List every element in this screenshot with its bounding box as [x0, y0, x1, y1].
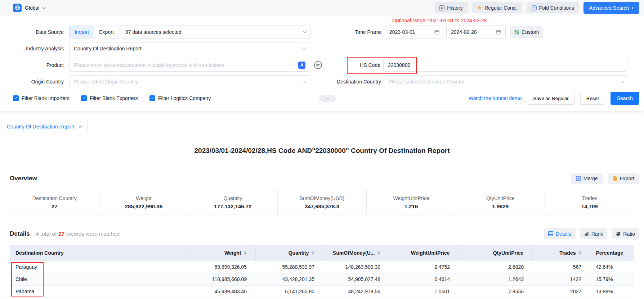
region-label: Global: [25, 5, 39, 11]
details-heading: Details: [10, 230, 30, 237]
cell-trades: 1422: [532, 273, 590, 285]
cell-weight-unit-price: 2.4752: [389, 261, 459, 273]
chevron-down-icon: [326, 96, 329, 99]
details-table: Destination Country Weight Quantity SumO…: [10, 245, 634, 298]
star-icon: ★: [477, 5, 482, 10]
stat-destination-country: Destination Country 27: [10, 190, 99, 214]
view-rank-button[interactable]: Rank: [580, 228, 608, 239]
table-row: Chile 118,985,660.09 43,428,201.35 54,90…: [10, 273, 634, 285]
cell-weight: 45,939,483.46: [188, 285, 255, 298]
tab-country-of-destination-report[interactable]: Country Of Destination Report ×: [1, 120, 88, 133]
hs-code-input-wrap: [383, 59, 627, 72]
custom-range-button[interactable]: Custom: [510, 26, 543, 38]
chevron-down-icon: [303, 80, 306, 83]
cell-quantity: 6,141,265.80: [255, 285, 323, 298]
collapse-conditions-button[interactable]: [319, 95, 336, 102]
overview-heading: Overview: [10, 175, 37, 182]
regular-cond-button[interactable]: ★ Regular Cond.: [472, 2, 522, 13]
destination-country-select[interactable]: Please select Destination Country: [384, 75, 628, 88]
report-tabbar: Country Of Destination Report ×: [0, 120, 644, 133]
chevron-down-icon: [42, 5, 46, 9]
regular-cond-label: Regular Cond.: [484, 5, 517, 11]
header-sum-of-money[interactable]: SumOfMoney(U...: [323, 245, 389, 261]
chevron-down-icon: [303, 46, 306, 50]
tab-label: Country Of Destination Report: [7, 124, 75, 130]
stat-weight-unit-price: WeightUnitPrice 1.216: [367, 190, 456, 214]
cell-weight: 118,985,660.09: [188, 273, 255, 285]
origin-country-select[interactable]: Please select Origin Country: [69, 75, 310, 88]
end-date-value: 2024-02-28: [451, 29, 477, 35]
filter-blank-exporters-checkbox[interactable]: ✓ Filter Blank Exporters: [81, 95, 138, 101]
end-date-input[interactable]: 2024-02-28: [446, 26, 506, 38]
region-selector[interactable]: Global: [13, 4, 45, 12]
cell-qty-unit-price: 1.2643: [459, 273, 532, 285]
start-date-input[interactable]: 2023-03-01: [385, 26, 444, 38]
close-icon[interactable]: ×: [79, 123, 82, 130]
filter-blank-importers-checkbox[interactable]: ✓ Filter Blank Importers: [13, 95, 70, 101]
topbar: Global History ★ Regular Cond. Fold Cond…: [0, 0, 644, 15]
overview-stats-bar: Destination Country 27 Weight 285,922,99…: [10, 190, 634, 214]
industry-analysis-value: Country Of Destination Report: [74, 46, 142, 51]
translate-icon[interactable]: A: [298, 62, 305, 69]
fold-conditions-label: Fold Conditions: [539, 5, 574, 11]
view-details-label: Details: [556, 231, 571, 237]
export-button[interactable]: Export: [608, 173, 639, 184]
cell-country: Paraguay: [10, 261, 188, 273]
cell-sum: 48,242,978.56: [323, 285, 389, 298]
reset-button[interactable]: Reset: [580, 92, 605, 105]
sort-icon[interactable]: [312, 251, 314, 255]
cell-country: Chile: [10, 273, 188, 285]
rank-bars-icon: [584, 231, 589, 236]
start-date-value: 2023-03-01: [389, 29, 415, 35]
export-toggle-button[interactable]: Export: [94, 26, 118, 38]
industry-analysis-label: Industry Analysis: [0, 46, 64, 51]
product-input[interactable]: [74, 62, 295, 68]
header-quantity[interactable]: Quantity: [255, 245, 323, 261]
advanced-search-button[interactable]: Advanced Search ›: [583, 2, 639, 14]
chevron-down-icon: [621, 80, 624, 83]
calendar-icon: [434, 30, 439, 35]
data-source-select[interactable]: 97 data sources selected: [121, 26, 311, 38]
save-as-regular-button[interactable]: Save as Regular: [527, 92, 575, 105]
import-toggle-button[interactable]: Import: [70, 26, 94, 38]
stat-qty-unit-price: QtyUnitPrice 1.9629: [456, 190, 545, 214]
merge-icon: [576, 176, 581, 181]
history-button[interactable]: History: [434, 2, 468, 13]
stat-weight: Weight 285,922,990.36: [99, 190, 189, 214]
sort-icon[interactable]: [578, 251, 581, 255]
optional-range-hint: Optional range: 2021-01-01 to 2024-02-28: [392, 18, 487, 23]
industry-analysis-select[interactable]: Country Of Destination Report: [69, 42, 310, 55]
view-details-button[interactable]: Details: [544, 228, 576, 239]
filter-label: Filter Logitics Company: [158, 95, 211, 101]
merge-button[interactable]: Merge: [571, 173, 603, 184]
calendar-icon: [496, 30, 501, 35]
cell-trades: 567: [532, 261, 590, 273]
stat-sum-of-money: SumOfMoney(USD) 347,685,378.3: [278, 190, 367, 214]
chevron-right-icon: ›: [631, 4, 634, 10]
filter-label: Filter Blank Importers: [22, 95, 70, 101]
tutorial-demo-link[interactable]: Watch the tutorial demo: [469, 95, 522, 101]
sort-icon[interactable]: [244, 251, 247, 255]
product-label: Product: [0, 62, 64, 68]
globe-logo-icon: [13, 4, 22, 12]
search-button[interactable]: Search: [611, 92, 639, 105]
cell-percentage: 13.88%: [590, 285, 634, 298]
header-qty-unit-price: QtyUnitPrice: [459, 245, 532, 261]
destination-country-label: Destination Country: [310, 79, 381, 85]
header-weight[interactable]: Weight: [188, 245, 255, 261]
hs-code-input[interactable]: [388, 62, 623, 68]
fold-conditions-button[interactable]: Fold Conditions: [527, 2, 579, 13]
stat-trades: Trades 14,709: [545, 190, 634, 214]
header-trades[interactable]: Trades: [532, 245, 590, 261]
sort-icon[interactable]: [377, 251, 380, 255]
view-ratio-button[interactable]: Ratio: [612, 228, 639, 239]
cell-qty-unit-price: 2.6820: [459, 261, 532, 273]
cell-quantity: 43,428,201.35: [255, 273, 323, 285]
merge-label: Merge: [583, 176, 598, 181]
table-row: Paraguay 59,899,326.05 55,280,539.97 148…: [10, 261, 634, 273]
keyword-expand-icon[interactable]: [314, 61, 322, 69]
cell-trades: 2027: [532, 285, 590, 298]
export-file-icon: [613, 176, 617, 181]
filter-logitics-company-checkbox[interactable]: ✓ Filter Logitics Company: [149, 95, 211, 101]
advanced-search-label: Advanced Search: [589, 5, 629, 11]
